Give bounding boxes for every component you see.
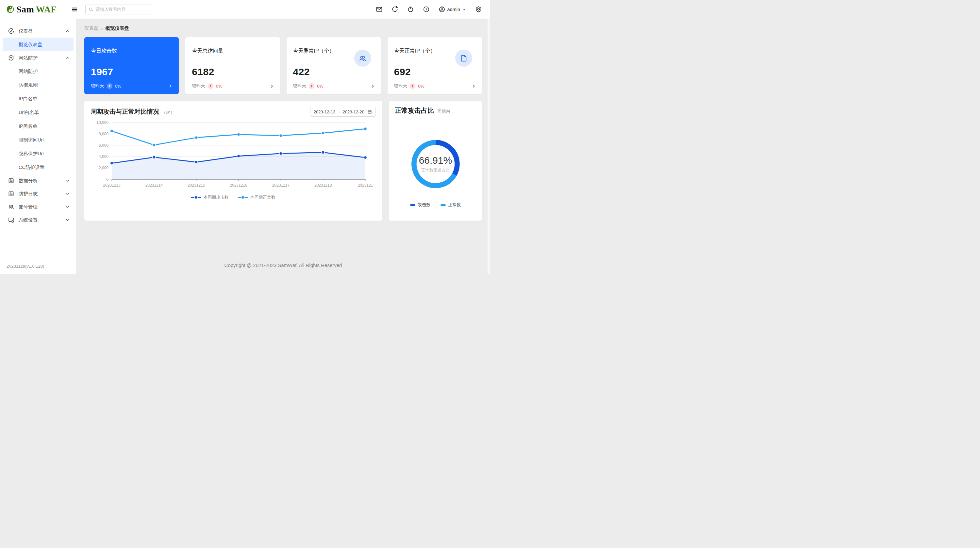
calendar-icon [367,110,372,115]
sidebar-sub-item[interactable]: IP黑名单 [0,119,76,133]
date-range-picker[interactable]: 2023-12-13 - 2023-12-20 [310,107,376,117]
chevron-right-icon[interactable] [168,84,173,89]
breadcrumb-parent[interactable]: 仪表盘 [84,25,99,31]
svg-text:20231218: 20231218 [314,183,332,188]
stat-card[interactable]: 今日攻击数1967 较昨天 0% [84,37,179,94]
line-chart-card: 周期攻击与正常对比情况 （次） 2023-12-13 - 2023-12-20 … [84,101,382,221]
sidebar-group-item[interactable]: 系统设置 [0,213,76,226]
chevron-down-icon [65,191,70,196]
mail-icon[interactable] [376,6,383,13]
legend-label: 本周期正常数 [250,194,275,200]
settings-gear-icon[interactable] [475,6,482,13]
svg-text:2,000: 2,000 [99,166,108,170]
legend-label: 本周期攻击数 [203,194,229,200]
chevron-up-icon [65,29,70,33]
search-icon [89,7,94,12]
stat-card[interactable]: 今天总访问量6182 较昨天 0% [185,37,280,94]
version-label: 20231128(v1.0.128) [0,259,76,274]
sidebar-group-item[interactable]: 账号管理 [0,200,76,213]
scrollbar-track[interactable] [488,19,490,274]
breadcrumb: 仪表盘 › 概览仪表盘 [84,25,482,31]
svg-text:0: 0 [106,177,108,182]
date-end-value: 2023-12-20 [343,110,365,115]
donut-title: 正常攻击占比 [395,106,434,115]
system-icon [8,217,14,223]
stat-percent-value: 0% [418,84,425,89]
chevron-right-icon[interactable] [370,84,375,89]
user-menu[interactable]: admin [439,6,467,13]
gauge-icon [8,28,14,34]
date-separator: - [338,110,339,115]
sidebar-item-label: Url白名单 [19,110,76,116]
stat-compare-label: 较昨天 [293,83,307,89]
log-icon [8,191,14,197]
refresh-icon[interactable] [391,6,398,13]
menu-toggle-button[interactable] [70,5,79,14]
user-avatar-icon [439,6,445,13]
sidebar-group-item[interactable]: 数据分析 [0,174,76,187]
svg-text:6,000: 6,000 [99,143,108,148]
app-logo[interactable]: SamWAF [0,4,57,15]
stat-card[interactable]: 今天异常IP（个）422 较昨天 0% [286,37,381,94]
chevron-right-icon[interactable] [269,84,274,89]
svg-text:20231214: 20231214 [145,183,163,188]
donut-legend-item[interactable]: 攻击数 [410,202,431,208]
line-legend-item[interactable]: 本周期正常数 [238,194,275,200]
svg-text:20231215: 20231215 [188,183,205,188]
stat-card-title: 今日攻击数 [91,48,172,54]
search-input[interactable] [96,7,153,12]
sidebar-item-label: 数据分析 [19,178,65,184]
sidebar-sub-item[interactable]: CC防护设置 [0,161,76,174]
logo-text-sam: Sam [16,4,34,14]
chevron-down-icon [65,217,70,223]
stat-compare-label: 较昨天 [394,83,407,89]
trend-up-icon [410,83,415,89]
sidebar-item-label: 限制访问Url [19,137,76,143]
top-header: SamWAF ? admin [0,0,490,19]
stat-card[interactable]: 今天正常IP（个）692 较昨天 0% [388,37,482,94]
sidebar-sub-item[interactable]: 限制访问Url [0,133,76,147]
power-icon[interactable] [407,6,414,13]
donut-legend-item[interactable]: 正常数 [441,202,461,208]
sidebar-group-item[interactable]: 仪表盘 [0,24,76,38]
sidebar-item-label: 账号管理 [19,204,65,210]
sidebar: 仪表盘概览仪表盘网站防护网站防护防御规则IP白名单Url白名单IP黑名单限制访问… [0,19,76,274]
sidebar-item-label: 网站防护 [19,68,76,75]
sidebar-item-label: 防御规则 [19,82,76,88]
legend-marker-icon [441,204,446,206]
sidebar-item-label: 概览仪表盘 [19,41,73,48]
file-icon [455,50,472,67]
date-start-value: 2023-12-13 [314,110,336,115]
chevron-right-icon[interactable] [471,84,476,89]
donut-subtitle: 周期内 [437,108,450,115]
svg-text:?: ? [425,8,427,11]
username-label: admin [447,7,460,12]
copyright-footer: Copyright @ 2021-2023 SamWaf. All Rights… [84,263,482,268]
donut-chart [403,131,468,197]
trend-up-icon [309,83,314,89]
sidebar-item-label: 仪表盘 [19,28,65,34]
donut-chart-card: 正常攻击占比 周期内 66.91% 正常数渠道占比 攻击数正常数 [389,101,482,221]
sidebar-sub-item[interactable]: IP白名单 [0,92,76,105]
sidebar-group-item[interactable]: 防护日志 [0,187,76,200]
legend-marker-icon [410,204,415,206]
sidebar-sub-item[interactable]: 概览仪表盘 [3,38,73,51]
help-icon[interactable]: ? [423,6,430,13]
sidebar-sub-item[interactable]: 防御规则 [0,78,76,92]
breadcrumb-separator: › [101,25,103,31]
sidebar-item-label: IP黑名单 [19,123,76,129]
breadcrumb-current: 概览仪表盘 [105,25,129,31]
legend-marker-icon [238,195,248,199]
sidebar-item-label: 网站防护 [19,55,65,61]
line-legend-item[interactable]: 本周期攻击数 [191,194,229,200]
sidebar-group-item[interactable]: 网站防护 [0,51,76,64]
legend-label: 正常数 [448,202,461,208]
shield-icon [8,54,14,61]
sidebar-sub-item[interactable]: 隐私保护Url [0,147,76,161]
chevron-up-icon [65,55,70,61]
stat-percent-value: 0% [216,84,223,89]
sidebar-sub-item[interactable]: 网站防护 [0,64,76,78]
users-circle-icon [354,50,371,67]
sidebar-sub-item[interactable]: Url白名单 [0,105,76,119]
doc-icon [8,177,14,184]
